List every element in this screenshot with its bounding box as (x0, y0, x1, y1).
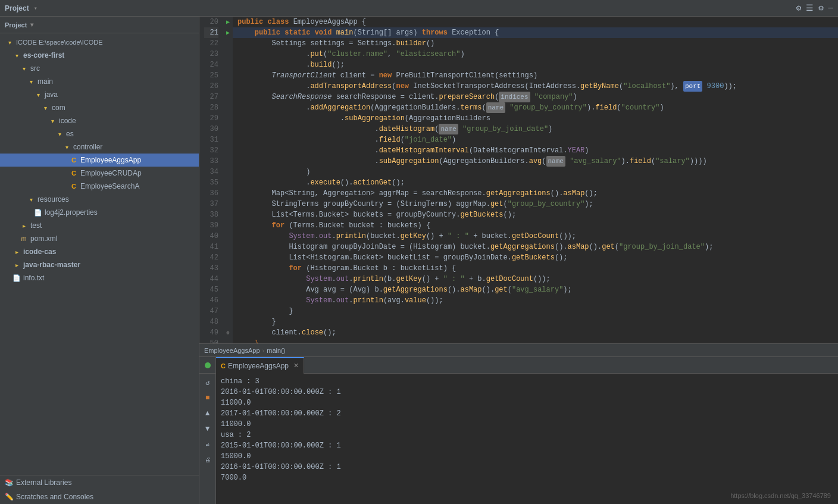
gutter-49: ⊕ (223, 327, 233, 338)
gutter-50 (223, 338, 233, 343)
sidebar-item-pom[interactable]: m pom.xml (0, 232, 199, 245)
line-num-28: 28 (204, 102, 218, 113)
label-com: com (52, 104, 65, 112)
code-line-48: } (233, 317, 838, 327)
sidebar-item-java[interactable]: ▾ java (0, 88, 199, 101)
gutter-36 (223, 188, 233, 199)
code-line-34: ) (233, 167, 838, 177)
gutter-35 (223, 177, 233, 188)
code-line-23: .put("cluster.name", "elasticsearch") (233, 49, 838, 60)
props-icon: 📄 (33, 208, 43, 217)
code-editor[interactable]: public class EmployeeAggsApp { public st… (233, 17, 838, 343)
console-tab-icon-area (199, 357, 216, 374)
console-toolbar: ↺ ■ ▲ ▼ ⇌ 🖨 (199, 374, 216, 504)
label-icode-cas: icode-cas (23, 248, 56, 256)
code-panel: 20 21 22 23 24 25 26 27 28 29 30 31 32 3… (199, 17, 838, 356)
gutter-47 (223, 306, 233, 317)
console-line-7: 15000.0 (221, 451, 833, 462)
code-line-21: public static void main(String[] args) t… (233, 27, 838, 38)
editor-area: 20 21 22 23 24 25 26 27 28 29 30 31 32 3… (199, 17, 838, 504)
console-output[interactable]: china : 3 2016-01-01T00:00:00.000Z : 1 1… (216, 374, 838, 504)
stop-button[interactable]: ■ (201, 392, 214, 405)
line-num-37: 37 (204, 199, 218, 209)
gutter-23 (223, 49, 233, 60)
folder-test-icon: ▸ (19, 221, 29, 230)
line-num-29: 29 (204, 113, 218, 124)
sidebar-item-icode-cas[interactable]: ▸ icode-cas (0, 245, 199, 258)
line-num-33: 33 (204, 156, 218, 167)
gutter-34 (223, 167, 233, 177)
code-line-25: TransportClient client = new PreBuiltTra… (233, 70, 838, 81)
gutter-25 (223, 70, 233, 81)
minimize-icon[interactable]: — (828, 3, 833, 13)
watermark: https://blog.csdn.net/qq_33746789 (730, 492, 831, 499)
gutter-21[interactable]: ▶ (223, 27, 233, 38)
class-employee-search-icon: C (69, 181, 79, 191)
folder-icon: ▾ (5, 37, 14, 47)
console-line-4: 11000.0 (221, 419, 833, 430)
project-dropdown-icon[interactable]: ▾ (34, 5, 37, 12)
sidebar-item-icode[interactable]: ▾ icode (0, 114, 199, 127)
soft-wrap-button[interactable]: ⇌ (201, 438, 214, 451)
line-num-47: 47 (204, 306, 218, 317)
sidebar-item-EmployeeSearchA[interactable]: C EmployeeSearchA (0, 180, 199, 193)
sidebar-dropdown-icon[interactable]: ▾ (30, 21, 33, 28)
gutter-30 (223, 124, 233, 134)
top-bar: Project ▾ ⚙ ☰ ⚙ — (0, 0, 838, 17)
console-tab-close[interactable]: ✕ (293, 362, 299, 370)
layout-icon[interactable]: ☰ (806, 3, 814, 13)
sidebar-item-EmployeeCRUDAp[interactable]: C EmployeeCRUDAp (0, 167, 199, 180)
project-label[interactable]: Project (5, 4, 29, 12)
label-EmployeeSearchA: EmployeeSearchA (80, 182, 139, 190)
sidebar-item-test[interactable]: ▸ test (0, 219, 199, 232)
sidebar-item-controller[interactable]: ▾ controller (0, 140, 199, 154)
line-num-30: 30 (204, 124, 218, 134)
breadcrumb-method[interactable]: main() (267, 347, 285, 354)
sidebar-item-java-rbac[interactable]: ▸ java-rbac-master (0, 258, 199, 271)
sidebar-item-main[interactable]: ▾ main (0, 75, 199, 88)
console-tab-employee[interactable]: C EmployeeAggsApp ✕ (216, 357, 304, 374)
gutter-48 (223, 317, 233, 327)
sidebar-item-es[interactable]: ▾ es (0, 127, 199, 140)
scroll-bottom-button[interactable]: ▼ (201, 422, 214, 436)
breadcrumb-file[interactable]: EmployeeAggsApp (204, 347, 260, 354)
gutter-22 (223, 38, 233, 49)
print-button[interactable]: 🖨 (201, 453, 214, 467)
console-line-0: china : 3 (221, 376, 833, 387)
sidebar-item-resources[interactable]: ▾ resources (0, 193, 199, 206)
label-main: main (37, 77, 53, 86)
line-num-43: 43 (204, 263, 218, 274)
settings-icon[interactable]: ⚙ (796, 3, 801, 13)
sidebar-item-com[interactable]: ▾ com (0, 101, 199, 114)
label-controller: controller (73, 143, 102, 151)
code-line-33: .subAggregation(AggregationBuilders.avg(… (233, 156, 838, 167)
tree-container[interactable]: ▾ ICODE E:\space\code\ICODE ▾ es-core-fi… (0, 33, 199, 475)
tree-root[interactable]: ▾ ICODE E:\space\code\ICODE (0, 36, 199, 49)
class-employee-aggs-icon: C (69, 155, 79, 165)
sidebar-external-libraries[interactable]: 📚 External Libraries (0, 475, 199, 490)
scroll-top-button[interactable]: ▲ (201, 407, 214, 420)
sidebar-item-EmployeeAggsApp[interactable]: C EmployeeAggsApp (0, 154, 199, 167)
code-line-43: for (Histogram.Bucket b : bucketList) { (233, 263, 838, 274)
code-line-29: .subAggregation(AggregationBuilders (233, 113, 838, 124)
class-employee-crud-icon: C (69, 168, 79, 178)
console-line-6: 2015-01-01T00:00:00.000Z : 1 (221, 440, 833, 451)
code-line-50: } (233, 338, 838, 343)
gear-icon[interactable]: ⚙ (818, 3, 823, 13)
code-line-46: System.out.println(avg.value()); (233, 295, 838, 306)
sidebar-item-info[interactable]: 📄 info.txt (0, 271, 199, 284)
sidebar-item-log4j2[interactable]: 📄 log4j2.properties (0, 206, 199, 219)
code-content[interactable]: 20 21 22 23 24 25 26 27 28 29 30 31 32 3… (199, 17, 838, 343)
gutter-33 (223, 156, 233, 167)
gutter-41 (223, 242, 233, 252)
scratches-label: Scratches and Consoles (16, 493, 93, 501)
sidebar-scratches[interactable]: ✏️ Scratches and Consoles (0, 490, 199, 504)
label-es: es (66, 130, 74, 138)
sidebar-item-src[interactable]: ▾ src (0, 62, 199, 75)
tree-root-label: ICODE E:\space\code\ICODE (16, 39, 103, 46)
line-num-49: 49 (204, 327, 218, 338)
rerun-button[interactable]: ↺ (201, 376, 214, 389)
folder-src-icon: ▾ (19, 64, 29, 73)
gutter-20: ▶ (223, 17, 233, 27)
sidebar-item-es-core-first[interactable]: ▾ es-core-first (0, 49, 199, 62)
